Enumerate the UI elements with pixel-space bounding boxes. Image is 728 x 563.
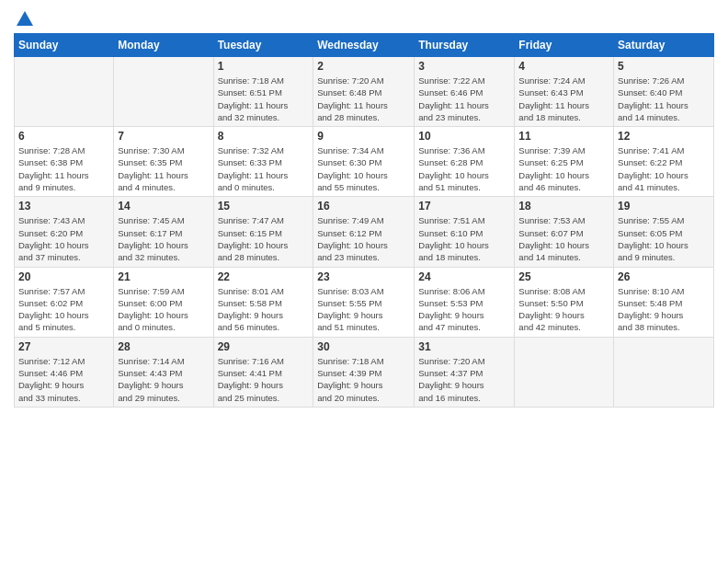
week-row-3: 13Sunrise: 7:43 AM Sunset: 6:20 PM Dayli… [15, 197, 714, 267]
calendar-cell: 22Sunrise: 8:01 AM Sunset: 5:58 PM Dayli… [213, 267, 313, 337]
day-number: 24 [418, 270, 510, 283]
calendar-cell: 2Sunrise: 7:20 AM Sunset: 6:48 PM Daylig… [313, 57, 415, 127]
day-info: Sunrise: 7:22 AM Sunset: 6:46 PM Dayligh… [418, 75, 510, 123]
weekday-header-thursday: Thursday [415, 34, 515, 57]
calendar-cell: 12Sunrise: 7:41 AM Sunset: 6:22 PM Dayli… [614, 127, 714, 197]
day-info: Sunrise: 7:32 AM Sunset: 6:33 PM Dayligh… [218, 144, 310, 193]
calendar-cell: 16Sunrise: 7:49 AM Sunset: 6:12 PM Dayli… [313, 197, 415, 267]
day-info: Sunrise: 7:16 AM Sunset: 4:41 PM Dayligh… [218, 355, 310, 404]
day-number: 19 [618, 200, 710, 213]
day-info: Sunrise: 7:36 AM Sunset: 6:28 PM Dayligh… [418, 144, 510, 193]
day-number: 2 [317, 60, 410, 73]
weekday-header-monday: Monday [114, 34, 213, 57]
day-number: 28 [118, 340, 209, 353]
day-info: Sunrise: 7:47 AM Sunset: 6:15 PM Dayligh… [218, 214, 310, 263]
weekday-header-sunday: Sunday [15, 34, 114, 57]
day-number: 3 [418, 60, 510, 73]
day-info: Sunrise: 7:45 AM Sunset: 6:17 PM Dayligh… [118, 214, 209, 263]
calendar-cell: 29Sunrise: 7:16 AM Sunset: 4:41 PM Dayli… [213, 337, 313, 407]
day-info: Sunrise: 7:20 AM Sunset: 4:37 PM Dayligh… [418, 355, 510, 404]
day-info: Sunrise: 7:24 AM Sunset: 6:43 PM Dayligh… [518, 75, 609, 123]
calendar-header: SundayMondayTuesdayWednesdayThursdayFrid… [15, 34, 714, 57]
day-info: Sunrise: 7:14 AM Sunset: 4:43 PM Dayligh… [118, 355, 209, 404]
day-number: 20 [18, 270, 109, 283]
svg-marker-0 [17, 11, 33, 26]
day-number: 1 [218, 60, 310, 73]
day-info: Sunrise: 7:39 AM Sunset: 6:25 PM Dayligh… [518, 144, 609, 193]
day-number: 15 [218, 200, 310, 213]
day-info: Sunrise: 7:51 AM Sunset: 6:10 PM Dayligh… [418, 214, 510, 263]
calendar-cell: 15Sunrise: 7:47 AM Sunset: 6:15 PM Dayli… [213, 197, 313, 267]
day-info: Sunrise: 8:10 AM Sunset: 5:48 PM Dayligh… [618, 285, 710, 334]
calendar-cell: 28Sunrise: 7:14 AM Sunset: 4:43 PM Dayli… [114, 337, 213, 407]
calendar-cell: 20Sunrise: 7:57 AM Sunset: 6:02 PM Dayli… [15, 267, 114, 337]
calendar-cell: 8Sunrise: 7:32 AM Sunset: 6:33 PM Daylig… [213, 127, 313, 197]
calendar-cell: 25Sunrise: 8:08 AM Sunset: 5:50 PM Dayli… [515, 267, 614, 337]
week-row-1: 1Sunrise: 7:18 AM Sunset: 6:51 PM Daylig… [15, 57, 714, 127]
day-info: Sunrise: 7:59 AM Sunset: 6:00 PM Dayligh… [118, 285, 209, 334]
calendar-cell: 26Sunrise: 8:10 AM Sunset: 5:48 PM Dayli… [614, 267, 714, 337]
day-info: Sunrise: 7:53 AM Sunset: 6:07 PM Dayligh… [518, 214, 609, 263]
header [14, 9, 714, 26]
calendar-table: SundayMondayTuesdayWednesdayThursdayFrid… [14, 33, 714, 408]
weekday-header-saturday: Saturday [614, 34, 714, 57]
calendar-cell: 6Sunrise: 7:28 AM Sunset: 6:38 PM Daylig… [15, 127, 114, 197]
day-info: Sunrise: 7:43 AM Sunset: 6:20 PM Dayligh… [18, 214, 109, 263]
day-info: Sunrise: 7:18 AM Sunset: 4:39 PM Dayligh… [317, 355, 410, 404]
calendar-cell: 17Sunrise: 7:51 AM Sunset: 6:10 PM Dayli… [415, 197, 515, 267]
day-info: Sunrise: 7:41 AM Sunset: 6:22 PM Dayligh… [618, 144, 710, 193]
day-number: 21 [118, 270, 209, 283]
calendar-cell [114, 57, 213, 127]
weekday-header-tuesday: Tuesday [213, 34, 313, 57]
day-number: 4 [518, 60, 609, 73]
calendar-cell [15, 57, 114, 127]
week-row-5: 27Sunrise: 7:12 AM Sunset: 4:46 PM Dayli… [15, 337, 714, 407]
calendar-cell: 13Sunrise: 7:43 AM Sunset: 6:20 PM Dayli… [15, 197, 114, 267]
day-number: 30 [317, 340, 410, 353]
day-number: 18 [518, 200, 609, 213]
day-info: Sunrise: 7:49 AM Sunset: 6:12 PM Dayligh… [317, 214, 410, 263]
calendar-cell: 14Sunrise: 7:45 AM Sunset: 6:17 PM Dayli… [114, 197, 213, 267]
logo-icon [15, 9, 35, 29]
day-info: Sunrise: 7:20 AM Sunset: 6:48 PM Dayligh… [317, 75, 410, 123]
calendar-cell: 9Sunrise: 7:34 AM Sunset: 6:30 PM Daylig… [313, 127, 415, 197]
calendar-cell: 4Sunrise: 7:24 AM Sunset: 6:43 PM Daylig… [515, 57, 614, 127]
day-number: 12 [618, 130, 710, 143]
day-number: 22 [218, 270, 310, 283]
day-info: Sunrise: 7:18 AM Sunset: 6:51 PM Dayligh… [218, 75, 310, 123]
calendar-body: 1Sunrise: 7:18 AM Sunset: 6:51 PM Daylig… [15, 57, 714, 408]
weekday-header-wednesday: Wednesday [313, 34, 415, 57]
day-number: 7 [118, 130, 209, 143]
day-number: 17 [418, 200, 510, 213]
calendar-cell [515, 337, 614, 407]
calendar-cell: 19Sunrise: 7:55 AM Sunset: 6:05 PM Dayli… [614, 197, 714, 267]
day-number: 13 [18, 200, 109, 213]
day-info: Sunrise: 8:01 AM Sunset: 5:58 PM Dayligh… [218, 285, 310, 334]
day-info: Sunrise: 8:08 AM Sunset: 5:50 PM Dayligh… [518, 285, 609, 334]
calendar-cell: 31Sunrise: 7:20 AM Sunset: 4:37 PM Dayli… [415, 337, 515, 407]
day-number: 26 [618, 270, 710, 283]
day-number: 31 [418, 340, 510, 353]
day-number: 5 [618, 60, 710, 73]
week-row-4: 20Sunrise: 7:57 AM Sunset: 6:02 PM Dayli… [15, 267, 714, 337]
week-row-2: 6Sunrise: 7:28 AM Sunset: 6:38 PM Daylig… [15, 127, 714, 197]
day-info: Sunrise: 7:26 AM Sunset: 6:40 PM Dayligh… [618, 75, 710, 123]
day-number: 9 [317, 130, 410, 143]
calendar-cell: 11Sunrise: 7:39 AM Sunset: 6:25 PM Dayli… [515, 127, 614, 197]
calendar-cell: 27Sunrise: 7:12 AM Sunset: 4:46 PM Dayli… [15, 337, 114, 407]
day-info: Sunrise: 7:57 AM Sunset: 6:02 PM Dayligh… [18, 285, 109, 334]
page: SundayMondayTuesdayWednesdayThursdayFrid… [0, 0, 728, 563]
day-number: 8 [218, 130, 310, 143]
logo [14, 9, 36, 26]
day-info: Sunrise: 7:34 AM Sunset: 6:30 PM Dayligh… [317, 144, 410, 193]
day-number: 29 [218, 340, 310, 353]
day-number: 6 [18, 130, 109, 143]
day-number: 25 [518, 270, 609, 283]
day-info: Sunrise: 8:06 AM Sunset: 5:53 PM Dayligh… [418, 285, 510, 334]
calendar-cell [614, 337, 714, 407]
day-number: 11 [518, 130, 609, 143]
day-number: 14 [118, 200, 209, 213]
calendar-cell: 3Sunrise: 7:22 AM Sunset: 6:46 PM Daylig… [415, 57, 515, 127]
weekday-header-friday: Friday [515, 34, 614, 57]
calendar-cell: 18Sunrise: 7:53 AM Sunset: 6:07 PM Dayli… [515, 197, 614, 267]
